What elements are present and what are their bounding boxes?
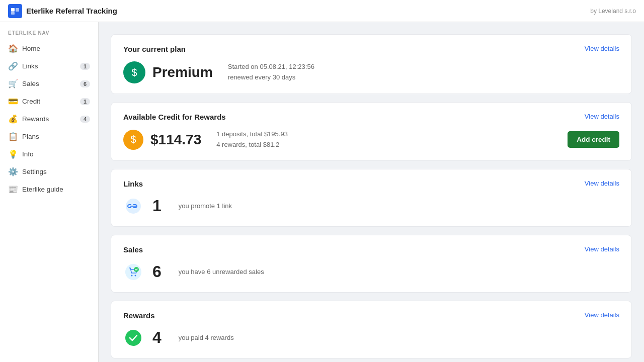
links-card: Links View details 1 you promote 1 link bbox=[111, 169, 632, 227]
links-description: you promote 1 link bbox=[179, 202, 232, 210]
sidebar-label-sales: Sales bbox=[22, 80, 75, 87]
rewards-stat-row: 4 you paid 4 rewards bbox=[123, 328, 619, 348]
sidebar-item-links[interactable]: 🔗 Links 1 bbox=[0, 57, 98, 75]
sidebar-item-plans[interactable]: 📋 Plans bbox=[0, 128, 98, 145]
guide-icon: 📰 bbox=[8, 185, 17, 194]
rewards-card-header: Rewards View details bbox=[123, 311, 619, 320]
settings-icon: ⚙️ bbox=[8, 167, 17, 176]
sidebar-item-rewards[interactable]: 💰 Rewards 4 bbox=[0, 110, 98, 128]
sidebar-item-settings[interactable]: ⚙️ Settings bbox=[0, 163, 98, 180]
rewards-card: Rewards View details 4 you paid 4 reward… bbox=[111, 301, 632, 358]
links-count: 1 bbox=[152, 197, 162, 215]
logo-icon bbox=[8, 4, 22, 18]
plan-row: $ Premium Started on 05.08.21, 12:23:56 … bbox=[123, 61, 619, 83]
sales-icon: 🛒 bbox=[8, 79, 17, 88]
plan-info: Started on 05.08.21, 12:23:56 renewed ev… bbox=[228, 62, 314, 83]
info-icon: 💡 bbox=[8, 149, 17, 159]
rewards-description: you paid 4 rewards bbox=[179, 334, 234, 341]
sidebar-label-rewards: Rewards bbox=[22, 115, 75, 123]
plan-view-details[interactable]: View details bbox=[585, 45, 619, 52]
rewards-count: 4 bbox=[152, 328, 162, 347]
credit-deposits: 1 deposits, total $195.93 bbox=[216, 129, 560, 140]
links-icon: 🔗 bbox=[8, 61, 17, 71]
links-view-details[interactable]: View details bbox=[585, 179, 619, 187]
plans-icon: 📋 bbox=[8, 132, 17, 141]
sidebar-label-credit: Credit bbox=[22, 98, 75, 105]
sidebar-label-guide: Eterlike guide bbox=[22, 186, 90, 193]
rewards-icon: 💰 bbox=[8, 114, 17, 124]
svg-point-6 bbox=[135, 275, 136, 276]
credit-card-header: Available Credit for Rewards View detail… bbox=[123, 113, 619, 121]
credit-amount: $114.73 bbox=[150, 132, 201, 148]
sidebar-item-credit[interactable]: 💳 Credit 1 bbox=[0, 93, 98, 110]
links-stat-row: 1 you promote 1 link bbox=[123, 196, 619, 216]
plan-card-header: Your current plan View details bbox=[123, 45, 619, 53]
rewards-badge: 4 bbox=[80, 116, 90, 123]
plan-card-title: Your current plan bbox=[123, 45, 186, 53]
plan-started: Started on 05.08.21, 12:23:56 bbox=[228, 62, 314, 72]
credit-icon: 💳 bbox=[8, 97, 17, 106]
links-badge: 1 bbox=[80, 63, 90, 70]
svg-point-5 bbox=[131, 275, 133, 276]
sales-view-details[interactable]: View details bbox=[585, 245, 619, 253]
topbar-byline: by Leveland s.r.o bbox=[590, 8, 636, 15]
svg-point-4 bbox=[125, 264, 141, 280]
sidebar-item-info[interactable]: 💡 Info bbox=[0, 145, 98, 163]
links-card-header: Links View details bbox=[123, 179, 619, 188]
sidebar-item-guide[interactable]: 📰 Eterlike guide bbox=[0, 180, 98, 198]
credit-card-title: Available Credit for Rewards bbox=[123, 113, 226, 121]
add-credit-button[interactable]: Add credit bbox=[568, 131, 619, 148]
sidebar-nav-label: ETERLIKE NAV bbox=[0, 30, 98, 40]
sidebar-label-settings: Settings bbox=[22, 168, 90, 175]
main-content: Your current plan View details $ Premium… bbox=[99, 22, 644, 362]
svg-rect-2 bbox=[11, 12, 15, 15]
sidebar-item-sales[interactable]: 🛒 Sales 6 bbox=[0, 75, 98, 93]
credit-info: 1 deposits, total $195.93 4 rewards, tot… bbox=[216, 129, 560, 150]
credit-coin-icon: $ bbox=[123, 130, 143, 150]
credit-view-details[interactable]: View details bbox=[585, 113, 619, 120]
svg-point-8 bbox=[125, 330, 141, 346]
plan-card: Your current plan View details $ Premium… bbox=[111, 34, 632, 94]
credit-card: Available Credit for Rewards View detail… bbox=[111, 102, 632, 161]
sales-card-header: Sales View details bbox=[123, 245, 619, 254]
sidebar-item-home[interactable]: 🏠 Home bbox=[0, 40, 98, 57]
topbar: Eterlike Referral Tracking by Leveland s… bbox=[0, 0, 644, 22]
links-card-title: Links bbox=[123, 179, 143, 188]
links-stat-icon bbox=[123, 196, 143, 216]
sales-count: 6 bbox=[152, 262, 162, 281]
plan-name: Premium bbox=[152, 64, 213, 80]
sidebar-label-plans: Plans bbox=[22, 133, 90, 140]
plan-icon: $ bbox=[123, 61, 145, 83]
sales-badge: 6 bbox=[80, 80, 90, 87]
sidebar-label-home: Home bbox=[22, 45, 90, 52]
sales-card: Sales View details 6 you have 6 unreward… bbox=[111, 235, 632, 293]
rewards-view-details[interactable]: View details bbox=[585, 311, 619, 319]
sales-stat-icon bbox=[123, 262, 143, 282]
svg-rect-0 bbox=[11, 8, 15, 12]
credit-row: $ $114.73 1 deposits, total $195.93 4 re… bbox=[123, 129, 619, 150]
rewards-card-title: Rewards bbox=[123, 311, 155, 320]
app-title: Eterlike Referral Tracking bbox=[26, 7, 117, 15]
app-logo: Eterlike Referral Tracking bbox=[8, 4, 117, 18]
rewards-stat-icon bbox=[123, 328, 143, 348]
credit-rewards-total: 4 rewards, total $81.2 bbox=[216, 140, 560, 150]
credit-badge: 1 bbox=[80, 98, 90, 105]
sidebar-label-links: Links bbox=[22, 62, 75, 70]
plan-renewed: renewed every 30 days bbox=[228, 72, 314, 83]
sales-card-title: Sales bbox=[123, 245, 143, 254]
sidebar-label-info: Info bbox=[22, 150, 90, 158]
svg-point-7 bbox=[134, 267, 139, 272]
sidebar: ETERLIKE NAV 🏠 Home 🔗 Links 1 🛒 Sales 6 … bbox=[0, 22, 99, 362]
home-icon: 🏠 bbox=[8, 44, 17, 53]
svg-rect-1 bbox=[16, 8, 19, 12]
sales-stat-row: 6 you have 6 unrewarded sales bbox=[123, 262, 619, 282]
sales-description: you have 6 unrewarded sales bbox=[179, 268, 264, 276]
